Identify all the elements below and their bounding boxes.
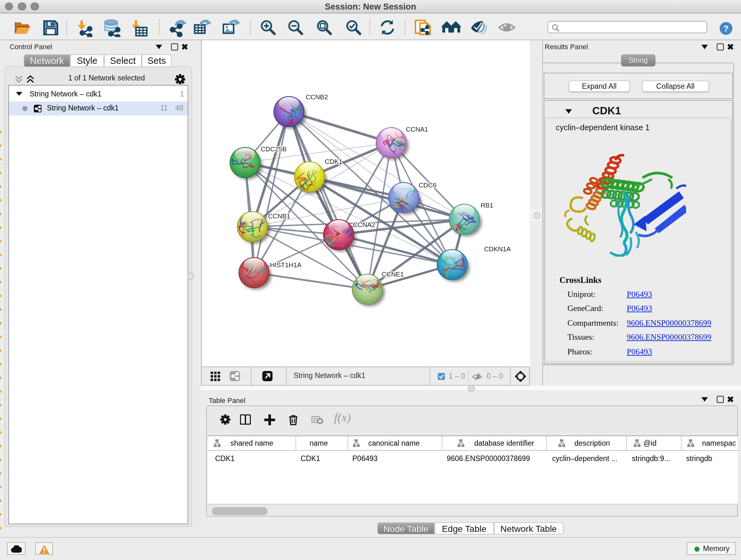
svg-text:database identifier: database identifier <box>474 439 534 447</box>
svg-text:cyclin–dependent ...: cyclin–dependent ... <box>552 454 617 462</box>
svg-text:stringdb: stringdb <box>686 454 712 462</box>
svg-text:CCNE1: CCNE1 <box>382 270 404 277</box>
svg-text:canonical name: canonical name <box>368 439 419 447</box>
svg-text:CDC6: CDC6 <box>419 181 436 188</box>
svg-text:shared name: shared name <box>230 439 273 447</box>
svg-text:HIST1H1A: HIST1H1A <box>270 261 301 268</box>
svg-text:?: ? <box>723 23 729 33</box>
svg-text:CCNB1: CCNB1 <box>268 212 290 219</box>
svg-text:RB1: RB1 <box>481 201 493 208</box>
svg-text:CDK1: CDK1 <box>325 158 342 165</box>
svg-text:P06493: P06493 <box>352 454 377 462</box>
svg-text:@id: @id <box>643 439 656 447</box>
svg-text:stringdb:9...: stringdb:9... <box>631 454 670 462</box>
svg-text:CDC25B: CDC25B <box>261 145 286 152</box>
svg-text:9606.ENSP00000378699: 9606.ENSP00000378699 <box>447 454 530 462</box>
svg-text:CDKN1A: CDKN1A <box>484 245 511 252</box>
svg-text:CCNA1: CCNA1 <box>406 125 428 132</box>
svg-text:CDK1: CDK1 <box>300 454 320 462</box>
svg-text:CCNA2: CCNA2 <box>353 221 375 228</box>
svg-text:CCNB2: CCNB2 <box>306 93 328 100</box>
svg-text:description: description <box>574 439 610 447</box>
svg-text:name: name <box>309 439 328 447</box>
svg-text:CDK1: CDK1 <box>215 454 234 462</box>
svg-text:namespac: namespac <box>702 439 736 447</box>
